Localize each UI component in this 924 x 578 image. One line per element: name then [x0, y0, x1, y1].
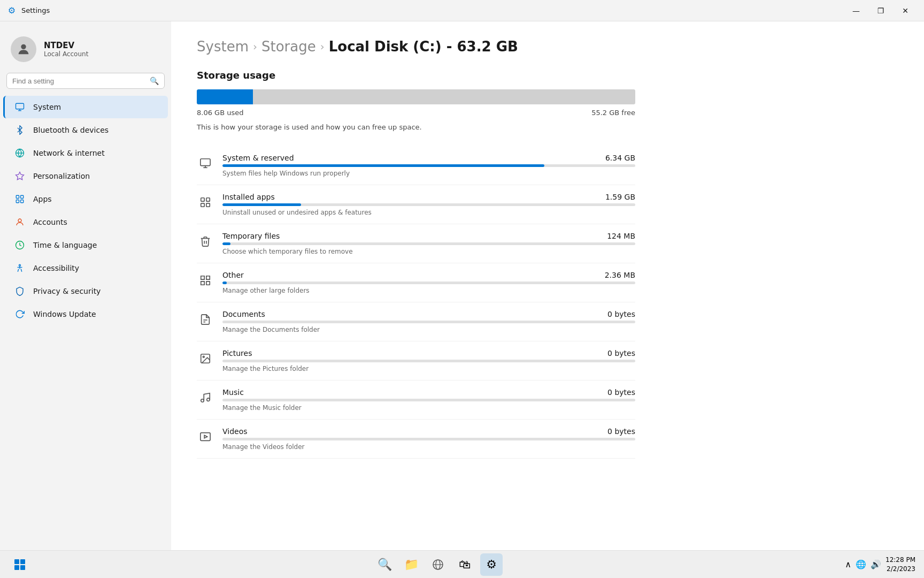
- tray-chevron[interactable]: ∧: [845, 559, 851, 569]
- storage-item-name-2: Temporary files: [222, 232, 280, 240]
- storage-item-desc-2: Choose which temporary files to remove: [222, 248, 635, 255]
- svg-rect-9: [16, 200, 19, 203]
- sidebar-item-accounts[interactable]: Accounts: [3, 211, 168, 233]
- storage-labels: 8.06 GB used 55.2 GB free: [197, 109, 635, 117]
- svg-point-12: [19, 264, 21, 266]
- taskbar-settings[interactable]: ⚙: [480, 553, 503, 576]
- storage-item-bar-fill-2: [222, 242, 230, 245]
- storage-item-installed-apps[interactable]: Installed apps 1.59 GB Uninstall unused …: [197, 185, 635, 224]
- storage-item-other[interactable]: Other 2.36 MB Manage other large folders: [197, 263, 635, 302]
- storage-item-name-6: Music: [222, 388, 244, 397]
- tray-volume[interactable]: 🔊: [871, 559, 881, 569]
- storage-item-bar-4: [222, 321, 635, 323]
- nav-icon-time: [14, 239, 26, 251]
- sidebar-item-system[interactable]: System: [3, 96, 168, 118]
- storage-item-header-4: Documents 0 bytes: [222, 310, 635, 318]
- breadcrumb: System › Storage › Local Disk (C:) - 63.…: [197, 39, 898, 55]
- search-icon: 🔍: [150, 77, 159, 85]
- taskbar: 🔍 📁 🛍 ⚙ ∧ 🌐 🔊 12:28 PM 2/2/2023: [0, 550, 924, 578]
- section-title: Storage usage: [197, 70, 898, 81]
- storage-item-documents[interactable]: Documents 0 bytes Manage the Documents f…: [197, 302, 635, 341]
- storage-item-bar-7: [222, 438, 635, 440]
- sidebar-item-update[interactable]: Windows Update: [3, 303, 168, 325]
- storage-item-header-3: Other 2.36 MB: [222, 271, 635, 279]
- svg-rect-22: [201, 203, 204, 207]
- storage-item-size-0: 6.34 GB: [605, 154, 635, 162]
- breadcrumb-storage[interactable]: Storage: [261, 39, 316, 55]
- clock-area[interactable]: 12:28 PM 2/2/2023: [886, 556, 915, 574]
- sidebar-item-bluetooth[interactable]: Bluetooth & devices: [3, 119, 168, 141]
- nav-icon-personalization: [14, 170, 26, 182]
- close-button[interactable]: ✕: [893, 2, 918, 19]
- storage-item-size-5: 0 bytes: [607, 349, 635, 358]
- storage-item-header-6: Music 0 bytes: [222, 388, 635, 397]
- taskbar-files[interactable]: 📁: [400, 553, 422, 576]
- sidebar-item-accessibility[interactable]: Accessibility: [3, 257, 168, 279]
- storage-item-bar-3: [222, 282, 635, 284]
- storage-item-header-0: System & reserved 6.34 GB: [222, 154, 635, 162]
- svg-rect-6: [16, 195, 19, 198]
- sidebar-item-apps[interactable]: Apps: [3, 188, 168, 210]
- storage-item-name-4: Documents: [222, 310, 265, 318]
- nav-label-privacy: Privacy & security: [33, 287, 101, 295]
- storage-item-header-2: Temporary files 124 MB: [222, 232, 635, 240]
- app-body: NTDEV Local Account 🔍 System Bluetooth &…: [0, 21, 924, 550]
- storage-free-label: 55.2 GB free: [591, 109, 635, 117]
- storage-item-temp-files[interactable]: Temporary files 124 MB Choose which temp…: [197, 224, 635, 263]
- nav-label-update: Windows Update: [33, 310, 96, 318]
- sidebar: NTDEV Local Account 🔍 System Bluetooth &…: [0, 21, 171, 550]
- nav-label-bluetooth: Bluetooth & devices: [33, 126, 109, 134]
- storage-item-system-reserved[interactable]: System & reserved 6.34 GB System files h…: [197, 146, 635, 185]
- search-input[interactable]: [12, 77, 145, 85]
- sidebar-item-privacy[interactable]: Privacy & security: [3, 280, 168, 302]
- user-info: NTDEV Local Account: [44, 41, 88, 58]
- storage-item-content-4: Documents 0 bytes Manage the Documents f…: [222, 310, 635, 333]
- start-button[interactable]: [9, 553, 31, 576]
- minimize-button[interactable]: —: [844, 2, 868, 19]
- user-profile: NTDEV Local Account: [0, 28, 171, 73]
- taskbar-browser[interactable]: [427, 553, 449, 576]
- taskbar-store[interactable]: 🛍: [453, 553, 476, 576]
- nav-label-accessibility: Accessibility: [33, 264, 79, 272]
- nav-icon-system: [14, 101, 26, 113]
- storage-item-bar-6: [222, 399, 635, 401]
- storage-item-music[interactable]: Music 0 bytes Manage the Music folder: [197, 381, 635, 420]
- storage-item-header-5: Pictures 0 bytes: [222, 349, 635, 358]
- svg-rect-30: [201, 433, 210, 441]
- nav-label-time: Time & language: [33, 241, 97, 249]
- storage-item-name-3: Other: [222, 271, 244, 279]
- nav-list: System Bluetooth & devices Network & int…: [0, 95, 171, 326]
- storage-item-bar-5: [222, 360, 635, 362]
- svg-rect-32: [14, 559, 19, 564]
- restore-button[interactable]: ❐: [868, 2, 893, 19]
- storage-item-desc-5: Manage the Pictures folder: [222, 365, 635, 372]
- breadcrumb-system[interactable]: System: [197, 39, 249, 55]
- nav-icon-apps: [14, 193, 26, 205]
- tray-network[interactable]: 🌐: [856, 559, 866, 569]
- nav-label-accounts: Accounts: [33, 218, 67, 226]
- taskbar-search[interactable]: 🔍: [373, 553, 396, 576]
- nav-label-apps: Apps: [33, 195, 52, 203]
- sidebar-item-network[interactable]: Network & internet: [3, 142, 168, 164]
- search-box[interactable]: 🔍: [6, 73, 165, 89]
- storage-item-bar-fill-1: [222, 203, 301, 206]
- taskbar-center: 🔍 📁 🛍 ⚙: [373, 553, 503, 576]
- storage-item-desc-1: Uninstall unused or undesired apps & fea…: [222, 209, 635, 216]
- storage-item-content-5: Pictures 0 bytes Manage the Pictures fol…: [222, 349, 635, 372]
- nav-icon-update: [14, 308, 26, 320]
- storage-item-videos[interactable]: Videos 0 bytes Manage the Videos folder: [197, 420, 635, 459]
- storage-description: This is how your storage is used and how…: [197, 123, 898, 131]
- nav-label-network: Network & internet: [33, 149, 105, 157]
- nav-icon-privacy: [14, 285, 26, 297]
- sidebar-item-time[interactable]: Time & language: [3, 234, 168, 256]
- window-controls: — ❐ ✕: [844, 2, 918, 19]
- sidebar-item-personalization[interactable]: Personalization: [3, 165, 168, 187]
- storage-item-desc-7: Manage the Videos folder: [222, 443, 635, 451]
- nav-label-personalization: Personalization: [33, 172, 90, 180]
- svg-rect-33: [20, 559, 25, 564]
- storage-item-content-0: System & reserved 6.34 GB System files h…: [222, 154, 635, 177]
- storage-item-icon-videos: [197, 428, 214, 445]
- storage-item-content-7: Videos 0 bytes Manage the Videos folder: [222, 427, 635, 451]
- svg-rect-16: [201, 159, 210, 166]
- storage-item-pictures[interactable]: Pictures 0 bytes Manage the Pictures fol…: [197, 341, 635, 381]
